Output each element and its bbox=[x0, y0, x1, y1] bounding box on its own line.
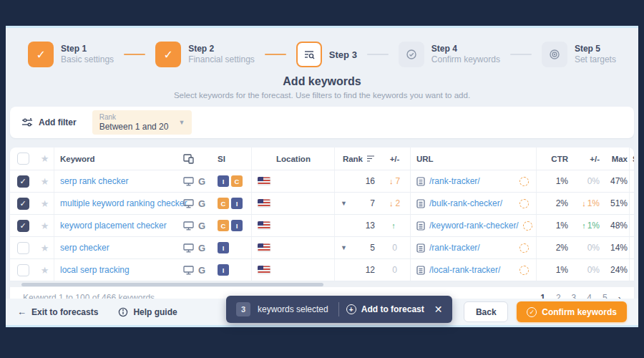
loading-spinner-icon bbox=[519, 199, 529, 208]
chevron-down-icon: ▼ bbox=[178, 119, 185, 126]
us-flag-icon bbox=[258, 199, 270, 208]
list-search-icon bbox=[296, 42, 322, 67]
ctr-value: 1% bbox=[556, 221, 568, 231]
us-flag-icon bbox=[258, 221, 270, 230]
page-subtitle: Select keywords for the forecast. Use fi… bbox=[6, 91, 638, 100]
si-badge: C bbox=[218, 198, 229, 209]
col-si: SI bbox=[213, 147, 252, 170]
add-to-forecast-button[interactable]: + Add to forecast bbox=[346, 304, 424, 314]
target-icon bbox=[542, 42, 567, 67]
filter-chip-value: Between 1 and 20 bbox=[99, 122, 169, 132]
page-title: Add keywords bbox=[6, 75, 638, 88]
row-checkbox[interactable] bbox=[17, 264, 29, 276]
document-icon bbox=[416, 199, 425, 208]
table-header-row: ★ Keyword SI Location Rank +/- URL CTR +… bbox=[10, 147, 634, 170]
table-row: ★ serp rank checker G I C 16 ↓7 /rank-tr… bbox=[10, 170, 634, 193]
filter-chip-field: Rank bbox=[99, 113, 169, 122]
keywords-table: ★ Keyword SI Location Rank +/- URL CTR +… bbox=[10, 147, 634, 309]
loading-spinner-icon bbox=[523, 221, 532, 231]
row-checkbox[interactable] bbox=[17, 198, 29, 210]
url-link[interactable]: /bulk-rank-checker/ bbox=[429, 198, 502, 208]
back-button[interactable]: Back bbox=[464, 301, 508, 322]
sort-icon[interactable] bbox=[366, 155, 375, 163]
us-flag-icon bbox=[258, 243, 270, 252]
expand-chevron-icon[interactable]: ▼ bbox=[341, 200, 347, 207]
close-icon[interactable]: ✕ bbox=[434, 304, 443, 315]
exit-to-forecasts-button[interactable]: ← Exit to forecasts bbox=[17, 306, 98, 317]
keyword-link[interactable]: serp checker bbox=[60, 243, 109, 253]
table-row: ★ keyword placement checker G C I 13 ↑ /… bbox=[10, 215, 634, 237]
step-label: Step 3 bbox=[329, 49, 357, 60]
google-icon: G bbox=[198, 176, 205, 187]
step-sublabel: Set targets bbox=[575, 54, 616, 65]
google-icon: G bbox=[198, 265, 205, 276]
ctr-delta: 1% bbox=[587, 198, 600, 208]
selection-toast: 3 keywords selected + Add to forecast ✕ bbox=[226, 296, 452, 323]
arrow-left-icon: ← bbox=[17, 306, 26, 317]
expand-chevron-icon[interactable]: ▼ bbox=[341, 244, 347, 251]
us-flag-icon bbox=[258, 266, 270, 274]
add-filter-button[interactable]: Add filter bbox=[21, 117, 77, 127]
rank-value: 12 bbox=[366, 265, 375, 275]
confirm-keywords-button[interactable]: ✓ Confirm keywords bbox=[517, 301, 627, 322]
arrow-down-icon: ↓ bbox=[389, 199, 394, 208]
row-checkbox[interactable] bbox=[17, 175, 29, 188]
url-link[interactable]: /rank-tracker/ bbox=[429, 243, 480, 253]
filter-chip-rank[interactable]: Rank Between 1 and 20 ▼ bbox=[92, 110, 192, 135]
loading-spinner-icon bbox=[519, 266, 529, 275]
ctr-delta: 1% bbox=[587, 221, 600, 231]
star-icon[interactable]: ★ bbox=[41, 221, 49, 231]
step-connector bbox=[124, 54, 145, 55]
plus-circle-icon: + bbox=[346, 304, 356, 314]
help-guide-button[interactable]: Help guide bbox=[118, 307, 177, 317]
url-link[interactable]: /rank-tracker/ bbox=[429, 176, 480, 186]
url-link[interactable]: /keyword-rank-checker/ bbox=[429, 221, 519, 231]
rank-value: 13 bbox=[366, 221, 375, 231]
ctr-delta: 0% bbox=[587, 176, 600, 186]
stepper-step-3[interactable]: Step 3 bbox=[296, 42, 357, 67]
document-icon bbox=[416, 243, 425, 253]
stepper-step-1[interactable]: ✓ Step 1 Basic settings bbox=[28, 42, 114, 67]
col-max: Max bbox=[605, 147, 630, 170]
document-icon bbox=[416, 266, 425, 275]
rank-delta: 2 bbox=[395, 198, 400, 208]
us-flag-icon bbox=[258, 177, 270, 185]
url-link[interactable]: /local-rank-tracker/ bbox=[429, 265, 500, 275]
ctr-delta: 0% bbox=[587, 265, 600, 275]
ctr-value: 2% bbox=[556, 198, 568, 208]
row-checkbox[interactable] bbox=[17, 242, 29, 254]
desktop-icon bbox=[183, 177, 194, 186]
table-row: ★ multiple keyword ranking checker G C I… bbox=[10, 193, 634, 215]
arrow-down-icon: ↓ bbox=[389, 177, 394, 185]
col-ctr: CTR bbox=[537, 147, 572, 170]
arrow-down-icon: ↓ bbox=[582, 199, 586, 208]
stepper-step-4[interactable]: Step 4 Confirm keywords bbox=[399, 42, 500, 67]
google-icon: G bbox=[198, 198, 205, 209]
arrow-up-icon: ↑ bbox=[582, 221, 586, 230]
divider bbox=[338, 302, 339, 316]
filter-sliders-icon bbox=[21, 117, 33, 127]
si-badge: I bbox=[231, 198, 243, 209]
star-icon[interactable]: ★ bbox=[41, 198, 49, 209]
exit-label: Exit to forecasts bbox=[31, 307, 98, 317]
col-rank-label: Rank bbox=[343, 155, 363, 163]
max-value: 24% bbox=[610, 265, 628, 275]
stepper-step-2[interactable]: ✓ Step 2 Financial settings bbox=[155, 42, 255, 67]
stepper-step-5[interactable]: Step 5 Set targets bbox=[542, 42, 616, 67]
keyword-link[interactable]: keyword placement checker bbox=[60, 221, 167, 231]
ctr-value: 2% bbox=[556, 243, 568, 253]
keyword-link[interactable]: serp rank checker bbox=[60, 176, 128, 186]
row-checkbox[interactable] bbox=[17, 220, 29, 232]
check-icon: ✓ bbox=[155, 42, 181, 67]
step-label: Step 4 bbox=[431, 44, 500, 54]
step-connector bbox=[265, 54, 286, 55]
keyword-link[interactable]: local serp tracking bbox=[60, 265, 130, 275]
star-icon[interactable]: ★ bbox=[41, 265, 49, 276]
col-rank[interactable]: Rank bbox=[335, 147, 379, 170]
keyword-link[interactable]: multiple keyword ranking checker bbox=[60, 198, 187, 208]
star-icon[interactable]: ★ bbox=[41, 176, 49, 187]
scrollbar-thumb[interactable] bbox=[21, 283, 323, 286]
si-badge: I bbox=[231, 220, 243, 231]
select-all-checkbox[interactable] bbox=[17, 153, 29, 165]
star-icon[interactable]: ★ bbox=[41, 243, 49, 253]
